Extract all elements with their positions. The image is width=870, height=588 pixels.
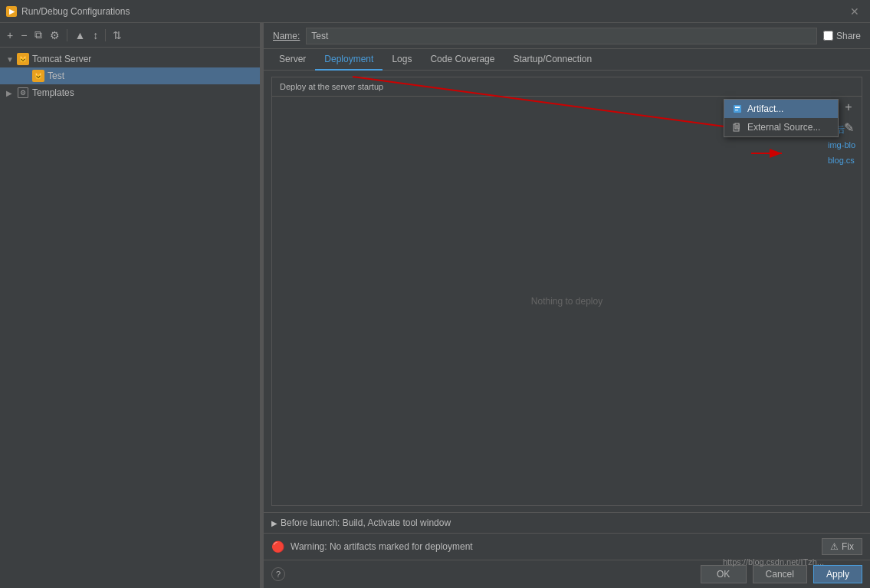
tab-startup-connection[interactable]: Startup/Connection (504, 49, 601, 71)
tab-code-coverage[interactable]: Code Coverage (421, 49, 504, 71)
config-tree: ▼ 🐱 Tomcat Server 🐱 Test ▶ Templates (0, 48, 260, 588)
main-layout: + − ⧉ ⚙ ▲ ↕ ⇅ ▼ 🐱 Tomcat Server 🐱 Test (0, 23, 870, 588)
left-panel: + − ⧉ ⚙ ▲ ↕ ⇅ ▼ 🐱 Tomcat Server 🐱 Test (0, 23, 261, 588)
fix-button[interactable]: ⚠ Fix (822, 538, 862, 555)
ok-button[interactable]: OK (701, 565, 747, 583)
deploy-empty-text: Nothing to deploy (531, 296, 602, 307)
tomcat-server-icon: 🐱 (17, 53, 29, 65)
before-launch-header[interactable]: ▶ Before launch: Build, Activate tool wi… (271, 517, 862, 528)
dropdown-artifact[interactable]: Artifact... (724, 100, 838, 118)
copy-config-button[interactable]: ⧉ (32, 27, 44, 43)
right-panel: Name: Share Server Deployment Logs Code … (264, 23, 870, 588)
warning-icon: 🔴 (271, 540, 284, 553)
share-label: Share (836, 31, 861, 41)
tomcat-server-label: Tomcat Server (32, 54, 91, 64)
tree-item-test[interactable]: 🐱 Test (0, 67, 260, 84)
move-button[interactable]: ↕ (90, 28, 100, 43)
blog-line-3: blog.cs (828, 153, 870, 169)
share-checkbox-container: Share (823, 31, 861, 41)
settings-config-button[interactable]: ⚙ (48, 28, 62, 43)
tab-bar: Server Deployment Logs Code Coverage Sta… (264, 49, 870, 71)
deploy-body: Nothing to deploy (272, 97, 862, 505)
artifact-icon (732, 103, 743, 114)
share-checkbox[interactable] (823, 31, 833, 41)
fix-label: Fix (842, 541, 854, 552)
tab-content: Deploy at the server startup Nothing to … (264, 71, 870, 533)
tree-item-tomcat-server[interactable]: ▼ 🐱 Tomcat Server (0, 51, 260, 67)
svg-rect-0 (734, 105, 741, 113)
svg-rect-2 (735, 110, 738, 110)
title-bar: ▶ Run/Debug Configurations ✕ (0, 0, 870, 23)
help-button[interactable]: ? (271, 567, 285, 581)
artifact-label: Artifact... (747, 103, 783, 114)
toolbar-separator-2 (105, 29, 106, 41)
templates-label: Templates (32, 87, 74, 98)
templates-arrow: ▶ (6, 89, 14, 97)
cancel-button[interactable]: Cancel (753, 565, 807, 583)
toolbar-separator (67, 29, 67, 41)
app-icon: ▶ (6, 6, 17, 17)
external-source-label: External Source... (747, 122, 820, 133)
close-button[interactable]: ✕ (845, 4, 864, 19)
name-input[interactable] (306, 28, 817, 44)
before-launch-label: Before launch: Build, Activate tool wind… (281, 517, 451, 528)
dropdown-menu: Artifact... External Source... (724, 99, 839, 137)
url-bar: https://blog.csdn.net/ITzh... (723, 557, 824, 567)
dropdown-external-source[interactable]: External Source... (724, 118, 838, 136)
tab-logs[interactable]: Logs (382, 49, 421, 71)
name-row: Name: Share (264, 23, 870, 49)
title-bar-left: ▶ Run/Debug Configurations (6, 6, 130, 17)
warning-text: Warning: No artifacts marked for deploym… (291, 541, 816, 552)
test-icon: 🐱 (32, 70, 44, 82)
apply-button[interactable]: Apply (813, 565, 862, 583)
window-title: Run/Debug Configurations (21, 6, 130, 17)
sort-button[interactable]: ⇅ (110, 28, 124, 43)
deploy-header: Deploy at the server startup (272, 77, 862, 97)
tree-item-templates[interactable]: ▶ Templates (0, 84, 260, 101)
test-label: Test (48, 71, 64, 81)
before-launch-arrow: ▶ (271, 519, 277, 527)
deploy-section: Deploy at the server startup Nothing to … (271, 77, 862, 506)
svg-rect-1 (735, 107, 740, 108)
fix-icon: ⚠ (830, 541, 839, 552)
templates-icon-container (17, 87, 29, 99)
left-toolbar: + − ⧉ ⚙ ▲ ↕ ⇅ (0, 23, 260, 48)
remove-config-button[interactable]: − (18, 28, 29, 43)
external-source-icon (732, 122, 743, 133)
name-label: Name: (273, 31, 300, 41)
add-config-button[interactable]: + (5, 28, 15, 43)
blog-line-2: img-blo (828, 138, 870, 153)
warning-bar: 🔴 Warning: No artifacts marked for deplo… (264, 533, 870, 560)
deploy-add-button[interactable]: + (840, 99, 857, 116)
up-button[interactable]: ▲ (72, 28, 87, 43)
templates-icon (18, 87, 28, 98)
before-launch-section: ▶ Before launch: Build, Activate tool wi… (264, 512, 870, 533)
tab-server[interactable]: Server (270, 49, 315, 71)
tab-deployment[interactable]: Deployment (315, 49, 382, 71)
expand-arrow: ▼ (6, 55, 14, 64)
